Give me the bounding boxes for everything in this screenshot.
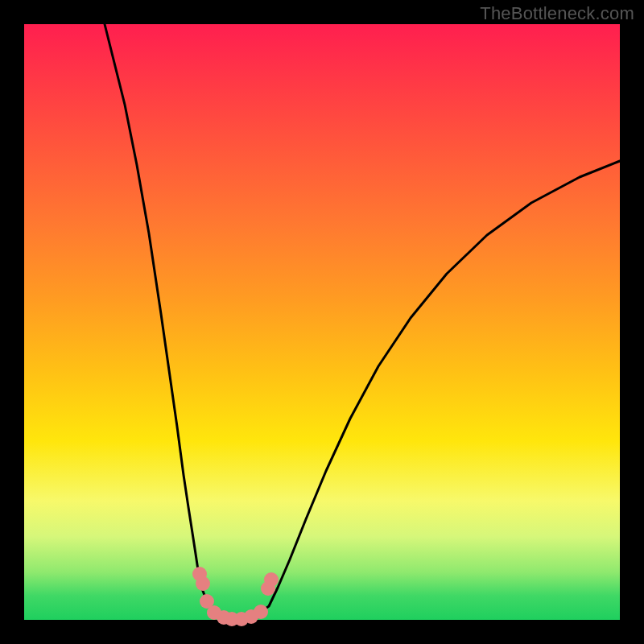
plot-area xyxy=(24,24,620,620)
marker-dot xyxy=(254,605,268,619)
watermark-text: TheBottleneck.com xyxy=(480,3,634,24)
marker-dot xyxy=(196,576,210,591)
curve-layer xyxy=(24,24,620,620)
highlight-markers xyxy=(192,567,279,626)
marker-dot xyxy=(264,572,279,587)
bottleneck-curve xyxy=(105,24,620,620)
chart-frame: TheBottleneck.com xyxy=(0,0,644,644)
